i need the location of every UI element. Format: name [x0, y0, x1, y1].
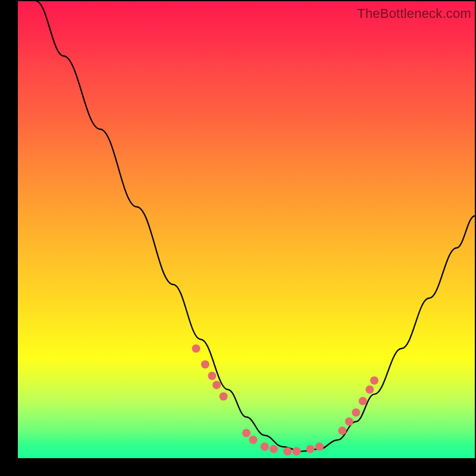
data-marker [283, 447, 292, 455]
data-marker [270, 445, 278, 453]
data-marker [208, 372, 216, 380]
data-marker [370, 376, 378, 384]
data-marker [261, 443, 269, 451]
data-marker [365, 386, 374, 394]
data-marker [292, 447, 300, 455]
data-marker [192, 345, 201, 353]
data-marker [249, 436, 258, 444]
data-marker [315, 443, 324, 451]
markers-group [192, 345, 379, 456]
chart-overlay [18, 1, 475, 458]
data-marker [338, 427, 346, 435]
bottleneck-curve [36, 1, 475, 451]
data-marker [242, 429, 250, 437]
plot-area: TheBottleneck.com [18, 1, 475, 458]
data-marker [212, 381, 221, 389]
data-marker [201, 361, 209, 369]
data-marker [220, 392, 228, 400]
data-marker [352, 408, 360, 416]
data-marker [345, 418, 353, 426]
data-marker [306, 445, 315, 453]
data-marker [359, 397, 367, 405]
